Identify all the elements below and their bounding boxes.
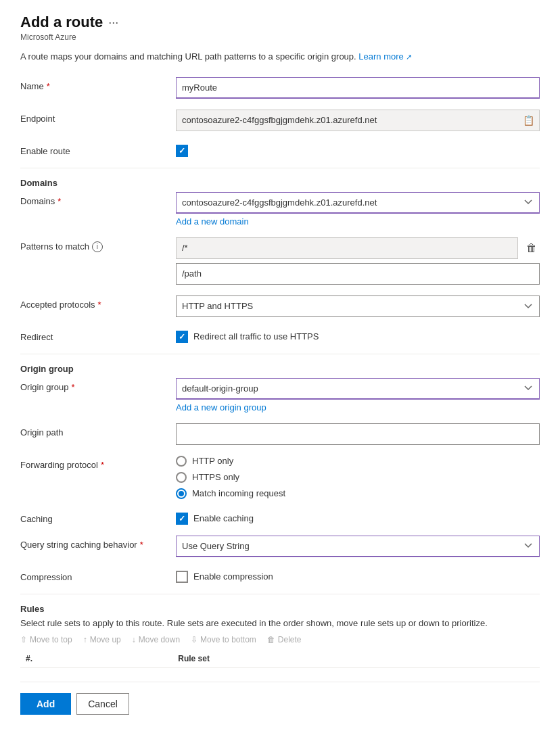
checkmark-icon: ✓ <box>179 147 185 155</box>
forwarding-protocol-label: Forwarding protocol * <box>20 456 176 470</box>
move-top-button[interactable]: ⇧ Move to top <box>20 635 72 644</box>
compression-text: Enable compression <box>193 571 273 582</box>
redirect-checkmark-icon: ✓ <box>179 333 185 341</box>
forwarding-match-label: Match incoming request <box>192 488 285 498</box>
domains-select[interactable]: contosoazure2-c4fggsfbgjgmdehk.z01.azure… <box>176 192 540 214</box>
endpoint-label: Endpoint <box>20 110 176 124</box>
move-bottom-button[interactable]: ⇩ Move to bottom <box>191 635 256 644</box>
forwarding-https-radio[interactable] <box>176 472 187 483</box>
page-subtitle: Microsoft Azure <box>20 32 540 42</box>
forwarding-http-label: HTTP only <box>192 456 233 466</box>
accepted-protocols-select[interactable]: HTTP and HTTPS HTTP only HTTPS only <box>176 296 540 317</box>
pattern-input-default[interactable] <box>176 237 518 259</box>
move-down-icon: ↓ <box>132 635 136 644</box>
compression-label: Compression <box>20 568 176 582</box>
rules-section-header: Rules <box>20 604 540 614</box>
add-origin-link[interactable]: Add a new origin group <box>176 402 266 412</box>
cancel-button[interactable]: Cancel <box>76 693 129 715</box>
enable-route-label: Enable route <box>20 142 176 156</box>
origin-group-section-header: Origin group <box>20 364 540 374</box>
query-string-select[interactable]: Use Query String Ignore Query String <box>176 536 540 557</box>
rules-description: Select rule sets to apply to this route.… <box>20 617 540 630</box>
endpoint-input <box>176 110 540 131</box>
origin-group-label: Origin group * <box>20 378 176 392</box>
forwarding-http-radio[interactable] <box>176 456 187 467</box>
redirect-checkbox[interactable]: ✓ <box>176 331 188 343</box>
accepted-protocols-label: Accepted protocols * <box>20 296 176 310</box>
learn-more-link[interactable]: Learn more ↗ <box>358 51 412 62</box>
patterns-label: Patterns to match i <box>20 237 176 252</box>
name-required: * <box>47 81 50 91</box>
origin-path-input[interactable] <box>176 423 540 445</box>
compression-checkbox[interactable] <box>176 571 188 583</box>
footer-buttons: Add Cancel <box>20 682 540 715</box>
forwarding-https-option[interactable]: HTTPS only <box>176 472 540 483</box>
forwarding-match-option[interactable]: Match incoming request <box>176 488 540 499</box>
origin-path-label: Origin path <box>20 423 176 438</box>
forwarding-http-option[interactable]: HTTP only <box>176 456 540 467</box>
name-input[interactable] <box>176 77 540 99</box>
pattern-input-extra[interactable] <box>176 263 540 285</box>
rules-section: Rules Select rule sets to apply to this … <box>20 604 540 669</box>
forwarding-https-label: HTTPS only <box>192 472 239 482</box>
domains-section-header: Domains <box>20 178 540 188</box>
page-description: A route maps your domains and matching U… <box>20 50 540 64</box>
caching-text: Enable caching <box>193 513 254 523</box>
delete-rule-icon: 🗑 <box>267 635 275 644</box>
more-options-icon[interactable]: ··· <box>108 16 118 30</box>
add-button[interactable]: Add <box>20 693 71 715</box>
caching-checkmark-icon: ✓ <box>179 515 185 523</box>
redirect-text: Redirect all traffic to use HTTPS <box>193 331 319 341</box>
copy-icon[interactable]: 📋 <box>523 115 534 126</box>
add-domain-link[interactable]: Add a new domain <box>176 216 249 227</box>
rules-col-hash: #. <box>20 650 172 668</box>
patterns-info-icon: i <box>92 241 103 252</box>
query-string-label: Query string caching behavior * <box>20 536 176 550</box>
caching-label: Caching <box>20 510 176 524</box>
rules-col-ruleset: Rule set <box>172 650 540 668</box>
caching-checkbox[interactable]: ✓ <box>176 513 188 525</box>
delete-pattern-button[interactable]: 🗑 <box>523 242 540 254</box>
enable-route-checkbox[interactable]: ✓ <box>176 145 188 157</box>
name-label: Name * <box>20 77 176 91</box>
move-top-icon: ⇧ <box>20 635 27 644</box>
move-down-button[interactable]: ↓ Move down <box>132 635 180 644</box>
redirect-label: Redirect <box>20 328 176 342</box>
forwarding-match-radio[interactable] <box>176 488 187 499</box>
origin-group-select[interactable]: default-origin-group <box>176 378 540 400</box>
move-bottom-icon: ⇩ <box>191 635 197 644</box>
move-up-icon: ↑ <box>83 635 87 644</box>
move-up-button[interactable]: ↑ Move up <box>83 635 121 644</box>
radio-selected-dot <box>179 491 184 496</box>
delete-rule-button[interactable]: 🗑 Delete <box>267 635 302 644</box>
domains-label: Domains * <box>20 192 176 206</box>
rules-table: #. Rule set <box>20 650 540 668</box>
page-title: Add a route <box>20 14 103 31</box>
